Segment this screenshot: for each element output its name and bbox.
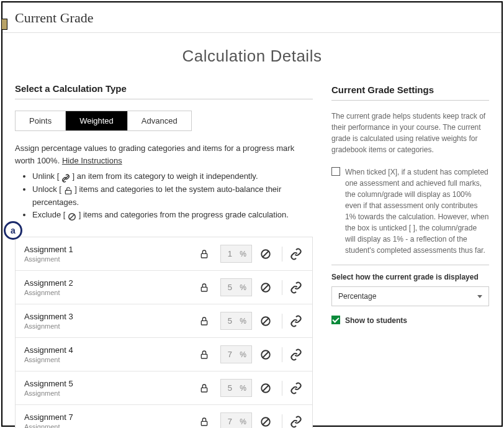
assignment-category: Assignment	[24, 423, 193, 428]
settings-heading: Current Grade Settings	[331, 84, 489, 101]
svg-line-15	[263, 351, 269, 358]
svg-rect-19	[202, 421, 207, 426]
assignment-category: Assignment	[24, 322, 193, 330]
relative-calc-checkbox[interactable]	[331, 167, 340, 176]
svg-rect-13	[202, 354, 207, 358]
svg-rect-16	[202, 388, 207, 392]
calculation-details-title: Calculation Details	[2, 33, 502, 83]
lock-icon[interactable]	[197, 247, 212, 262]
assignment-category: Assignment	[24, 255, 193, 263]
link-icon[interactable]	[289, 414, 304, 428]
percent-unit: %	[238, 246, 251, 262]
select-calc-type-heading: Select a Calculation Type	[15, 83, 313, 99]
svg-line-9	[263, 284, 269, 291]
assignment-category: Assignment	[24, 289, 193, 296]
assignment-name: Assignment 2	[24, 278, 193, 288]
svg-rect-4	[202, 253, 207, 258]
divider	[331, 265, 489, 265]
caret-down-icon	[477, 295, 482, 298]
weight-input[interactable]	[221, 346, 238, 363]
show-to-students-label: Show to students	[345, 315, 407, 326]
tab-weighted[interactable]: Weighted	[66, 111, 128, 130]
link-icon[interactable]	[289, 280, 304, 295]
instructions-block: Assign percentage values to grading cate…	[15, 142, 313, 222]
percent-unit: %	[238, 280, 251, 296]
annotation-callout-a: a	[4, 221, 22, 240]
tab-points[interactable]: Points	[16, 111, 66, 130]
weight-input[interactable]	[221, 245, 238, 262]
exclude-icon[interactable]	[258, 381, 273, 396]
link-icon[interactable]	[289, 347, 304, 362]
percent-unit: %	[238, 380, 251, 396]
settings-description: The current grade helps students keep tr…	[331, 111, 489, 155]
assignment-row: Assignment 2 Assignment %	[16, 271, 312, 304]
relative-calc-label: When ticked [X], if a student has comple…	[345, 166, 489, 256]
assignment-name: Assignment 4	[24, 345, 193, 355]
page-header: Current Grade	[2, 2, 502, 33]
lock-icon[interactable]	[197, 414, 212, 428]
svg-rect-10	[202, 321, 207, 325]
weight-input-group: %	[220, 379, 252, 397]
tab-advanced[interactable]: Advanced	[128, 111, 191, 130]
assignment-name: Assignment 7	[24, 412, 193, 422]
display-mode-value: Percentage	[338, 292, 376, 301]
hide-instructions-link[interactable]: Hide Instructions	[62, 156, 122, 165]
display-mode-label: Select how the current grade is displaye…	[331, 273, 489, 281]
instruction-unlock: Unlock [ ] items and categories to let t…	[32, 183, 313, 209]
assignment-row: Assignment 4 Assignment %	[16, 338, 312, 371]
svg-rect-7	[202, 287, 207, 291]
calc-type-tabs: Points Weighted Advanced	[15, 111, 192, 131]
weight-input[interactable]	[221, 279, 238, 296]
exclude-icon[interactable]	[258, 247, 273, 262]
weight-input-group: %	[220, 345, 252, 363]
link-icon[interactable]	[289, 381, 304, 396]
unlink-icon	[61, 174, 70, 183]
divider	[282, 247, 282, 262]
assignment-name: Assignment 3	[24, 312, 193, 321]
divider	[282, 280, 282, 295]
exclude-icon[interactable]	[258, 314, 273, 329]
assignment-list: Assignment 1 Assignment % Assignment 2 A…	[15, 237, 313, 428]
assignment-row: Assignment 5 Assignment %	[16, 371, 312, 405]
svg-line-18	[263, 385, 269, 391]
divider	[282, 381, 282, 396]
lock-icon[interactable]	[197, 381, 212, 396]
assignment-row: Assignment 7 Assignment %	[16, 405, 312, 428]
lock-icon[interactable]	[197, 347, 212, 362]
divider	[282, 314, 282, 329]
weight-input[interactable]	[221, 413, 238, 428]
svg-line-6	[263, 250, 269, 257]
svg-line-21	[263, 418, 269, 425]
svg-line-12	[263, 317, 269, 324]
divider	[282, 347, 282, 362]
link-icon[interactable]	[289, 247, 304, 262]
weight-input-group: %	[220, 245, 252, 263]
exclude-icon[interactable]	[258, 280, 273, 295]
link-icon[interactable]	[289, 314, 304, 329]
show-to-students-checkbox[interactable]	[331, 316, 340, 324]
assignment-name: Assignment 5	[24, 379, 193, 388]
weight-input-group: %	[220, 312, 252, 330]
unlock-icon	[64, 186, 73, 195]
weight-input[interactable]	[221, 380, 238, 396]
weight-input[interactable]	[221, 312, 238, 329]
instruction-exclude: Exclude [ ] items and categories from th…	[32, 209, 313, 222]
weight-input-group: %	[220, 278, 252, 296]
svg-line-3	[70, 214, 74, 219]
weight-input-group: %	[220, 412, 252, 428]
exclude-icon[interactable]	[258, 414, 273, 428]
instruction-unlink: Unlink [ ] an item from its category to …	[32, 170, 313, 183]
exclude-icon	[68, 212, 76, 221]
exclude-icon[interactable]	[258, 347, 273, 362]
assignment-row: Assignment 1 Assignment %	[16, 237, 312, 271]
instructions-lead: Assign percentage values to grading cate…	[15, 143, 294, 165]
lock-icon[interactable]	[197, 314, 212, 329]
percent-unit: %	[238, 414, 251, 428]
percent-unit: %	[238, 313, 251, 329]
display-mode-dropdown[interactable]: Percentage	[331, 286, 489, 306]
assignment-row: Assignment 3 Assignment %	[16, 304, 312, 338]
svg-rect-1	[65, 191, 71, 194]
side-tab-handle[interactable]	[1, 19, 7, 30]
assignment-category: Assignment	[24, 356, 193, 363]
lock-icon[interactable]	[197, 280, 212, 295]
